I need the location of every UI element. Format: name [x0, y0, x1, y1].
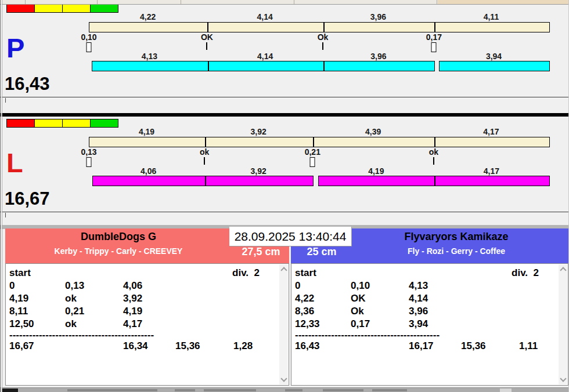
pass-fault-box-icon	[310, 157, 315, 167]
lane-P: P16,434,224,143,964,110,10OKOk0,174,134,…	[1, 4, 569, 97]
table-header-row: startdiv. 2	[295, 267, 556, 280]
window-bottom-edge	[1, 387, 569, 392]
split-time-label: 4,22	[140, 13, 156, 21]
split-time-label: 4,39	[365, 128, 381, 136]
split-segment	[323, 23, 434, 32]
split-time-label: 4,19	[139, 128, 154, 136]
pass-label: ok	[429, 148, 438, 156]
results-table-left-content: startdiv. 200,134,064,19ok3,928,110,214,…	[9, 267, 277, 383]
actual-split-label: 3,96	[370, 52, 386, 60]
pass-ok-tick-icon	[204, 157, 205, 165]
table-totals-row: 16,6716,3415,361,28	[9, 340, 277, 353]
indicator-light	[35, 119, 63, 128]
team-dogs-left: Kerby - Trippy - Carly - CREEVEY	[5, 246, 232, 256]
cell-pass-judgement: ok	[65, 318, 123, 331]
actual-run-bar	[318, 176, 550, 186]
table-separator: ----------------------------------------…	[295, 331, 556, 340]
top-edge-tan-area	[438, 0, 569, 4]
actual-run-bar	[92, 176, 314, 186]
total-net-time: 16,17	[409, 340, 461, 353]
indicator-light	[63, 119, 91, 128]
indicator-light	[35, 4, 63, 13]
table-totals-row: 16,4316,1715,361,11	[295, 340, 556, 353]
split-segment	[89, 23, 207, 32]
team-dogs-right: Fly - Rozi - Gerry - Coffee	[349, 246, 564, 256]
split-segment	[434, 23, 549, 32]
lane-letter-P: P	[6, 34, 24, 61]
cell-start-time: 12,33	[295, 318, 351, 331]
ideal-split-bar	[89, 137, 550, 147]
cell-pass-judgement: 0,13	[65, 280, 123, 292]
lane-total-time: 16,43	[5, 75, 50, 93]
split-segment	[205, 137, 313, 147]
indicator-light	[63, 4, 91, 13]
cell-pass-judgement: OK	[351, 292, 409, 305]
timestamp: 28.09.2025 13:40:44	[229, 227, 352, 246]
table-row: 4,19ok3,92	[9, 292, 277, 305]
pass-label: 0,17	[426, 33, 442, 41]
pass-label: 0,10	[81, 33, 96, 41]
cell-start-time: 0	[9, 280, 65, 292]
split-time-label: 4,11	[484, 13, 499, 21]
table-header-division: div. 2	[512, 267, 539, 280]
pass-label: ok	[200, 148, 209, 156]
pass-label: 0,21	[305, 148, 320, 156]
run-segment	[434, 176, 549, 186]
actual-split-label: 4,19	[368, 167, 384, 175]
table-header-start: start	[295, 267, 316, 280]
pass-label: 0,13	[81, 148, 96, 156]
split-time-label: 4,14	[257, 13, 273, 21]
indicator-light	[6, 4, 35, 13]
cell-split-time: 4,06	[123, 280, 175, 292]
scroll-up-icon[interactable]	[280, 267, 287, 273]
cell-start-time: 8,36	[295, 305, 351, 318]
table-row: 4,22OK4,14	[295, 292, 556, 305]
cell-split-time: 4,19	[123, 305, 175, 318]
table-row: 12,50ok4,17	[9, 318, 277, 331]
actual-split-label: 4,13	[142, 52, 157, 60]
cell-pass-judgement: 0,10	[351, 280, 409, 292]
cell-pass-judgement: Ok	[351, 305, 409, 318]
split-time-label: 4,17	[483, 128, 499, 136]
table-row: 8,110,214,19	[9, 305, 277, 318]
total-lost-time: 1,28	[233, 340, 253, 353]
table-row: 00,104,13	[295, 280, 556, 292]
actual-split-label: 4,06	[141, 167, 156, 175]
cell-split-time: 3,92	[123, 292, 175, 305]
scrollbar-left[interactable]	[279, 264, 288, 384]
run-segment	[319, 176, 434, 186]
table-header-division: div. 2	[232, 267, 260, 280]
team-name-right: Flyvaryors Kamikaze	[349, 231, 564, 243]
cell-split-time: 4,13	[409, 280, 461, 292]
cell-split-time: 4,17	[123, 318, 175, 331]
cell-start-time: 0	[295, 280, 351, 292]
total-net-time: 16,34	[123, 340, 175, 353]
pass-label: Ok	[318, 33, 329, 41]
window-top-edge	[1, 0, 569, 5]
pass-fault-box-icon	[431, 42, 437, 52]
cell-start-time: 8,11	[9, 305, 65, 318]
cell-pass-judgement: 0,21	[65, 305, 123, 318]
run-segment	[208, 61, 324, 71]
scrollbar-right[interactable]	[559, 264, 567, 384]
cursor-mark	[5, 213, 6, 217]
run-segment	[205, 176, 313, 186]
scroll-up-icon[interactable]	[560, 267, 566, 273]
cursor-mark	[5, 98, 6, 103]
heat-indicator-lights	[6, 119, 118, 128]
actual-split-label: 4,17	[484, 167, 499, 175]
pass-ok-tick-icon	[206, 42, 207, 50]
total-lost-time: 1,11	[519, 340, 538, 353]
scroll-down-icon[interactable]	[280, 375, 287, 382]
actual-run-bar	[439, 61, 550, 71]
scroll-down-icon[interactable]	[560, 375, 566, 382]
results-table-left: startdiv. 200,134,064,19ok3,928,110,214,…	[5, 263, 289, 386]
split-segment	[207, 23, 323, 32]
cell-start-time: 4,22	[295, 292, 351, 305]
table-separator: ----------------------------------------…	[9, 331, 277, 340]
run-segment	[323, 61, 434, 71]
split-time-label: 3,92	[251, 128, 267, 136]
heat-indicator-lights	[6, 4, 118, 13]
cell-split-time: 3,94	[409, 318, 461, 331]
pass-fault-box-icon	[87, 42, 92, 52]
